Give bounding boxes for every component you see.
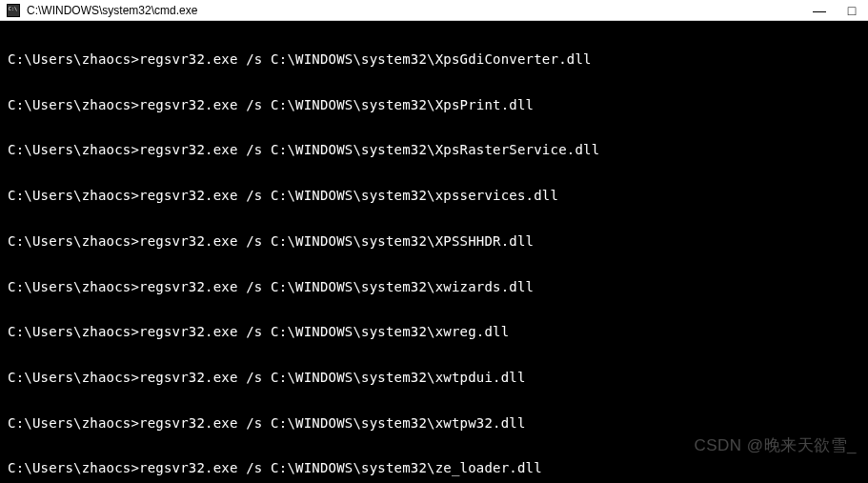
- command-text: regsvr32.exe /s C:\WINDOWS\system32\xwre…: [139, 324, 509, 339]
- window-titlebar: C:\ C:\WINDOWS\system32\cmd.exe — □: [0, 0, 868, 21]
- prompt: C:\Users\zhaocs>: [8, 142, 139, 157]
- command-line: C:\Users\zhaocs>regsvr32.exe /s C:\WINDO…: [8, 51, 860, 67]
- prompt: C:\Users\zhaocs>: [8, 51, 139, 67]
- command-line: C:\Users\zhaocs>regsvr32.exe /s C:\WINDO…: [8, 415, 860, 431]
- terminal-output[interactable]: C:\Users\zhaocs>regsvr32.exe /s C:\WINDO…: [0, 21, 868, 483]
- cmd-icon: C:\: [6, 3, 21, 18]
- command-line: C:\Users\zhaocs>regsvr32.exe /s C:\WINDO…: [8, 279, 860, 294]
- command-line: C:\Users\zhaocs>regsvr32.exe /s C:\WINDO…: [8, 97, 860, 112]
- prompt: C:\Users\zhaocs>: [8, 460, 139, 475]
- prompt: C:\Users\zhaocs>: [8, 370, 139, 385]
- command-line: C:\Users\zhaocs>regsvr32.exe /s C:\WINDO…: [8, 370, 860, 385]
- command-text: regsvr32.exe /s C:\WINDOWS\system32\ze_l…: [139, 460, 542, 475]
- command-text: regsvr32.exe /s C:\WINDOWS\system32\xpss…: [139, 188, 558, 203]
- command-line: C:\Users\zhaocs>regsvr32.exe /s C:\WINDO…: [8, 324, 860, 339]
- command-line: C:\Users\zhaocs>regsvr32.exe /s C:\WINDO…: [8, 188, 860, 203]
- svg-text:C:\: C:\: [9, 6, 17, 11]
- prompt: C:\Users\zhaocs>: [8, 279, 139, 294]
- command-text: regsvr32.exe /s C:\WINDOWS\system32\XPSS…: [139, 233, 534, 249]
- command-text: regsvr32.exe /s C:\WINDOWS\system32\xwiz…: [139, 279, 534, 294]
- minimize-button[interactable]: —: [803, 0, 836, 20]
- prompt: C:\Users\zhaocs>: [8, 233, 139, 249]
- command-text: regsvr32.exe /s C:\WINDOWS\system32\xwtp…: [139, 370, 526, 385]
- window-title: C:\WINDOWS\system32\cmd.exe: [27, 4, 803, 17]
- command-text: regsvr32.exe /s C:\WINDOWS\system32\XpsG…: [139, 51, 592, 67]
- prompt: C:\Users\zhaocs>: [8, 97, 139, 112]
- command-text: regsvr32.exe /s C:\WINDOWS\system32\XpsP…: [139, 97, 534, 112]
- command-line: C:\Users\zhaocs>regsvr32.exe /s C:\WINDO…: [8, 460, 860, 475]
- maximize-button[interactable]: □: [836, 0, 868, 20]
- prompt: C:\Users\zhaocs>: [8, 324, 139, 339]
- command-line: C:\Users\zhaocs>regsvr32.exe /s C:\WINDO…: [8, 142, 860, 157]
- prompt: C:\Users\zhaocs>: [8, 415, 139, 431]
- command-line: C:\Users\zhaocs>regsvr32.exe /s C:\WINDO…: [8, 233, 860, 249]
- prompt: C:\Users\zhaocs>: [8, 188, 139, 203]
- command-text: regsvr32.exe /s C:\WINDOWS\system32\xwtp…: [139, 415, 526, 431]
- command-text: regsvr32.exe /s C:\WINDOWS\system32\XpsR…: [139, 142, 599, 157]
- window-controls: — □: [803, 0, 868, 20]
